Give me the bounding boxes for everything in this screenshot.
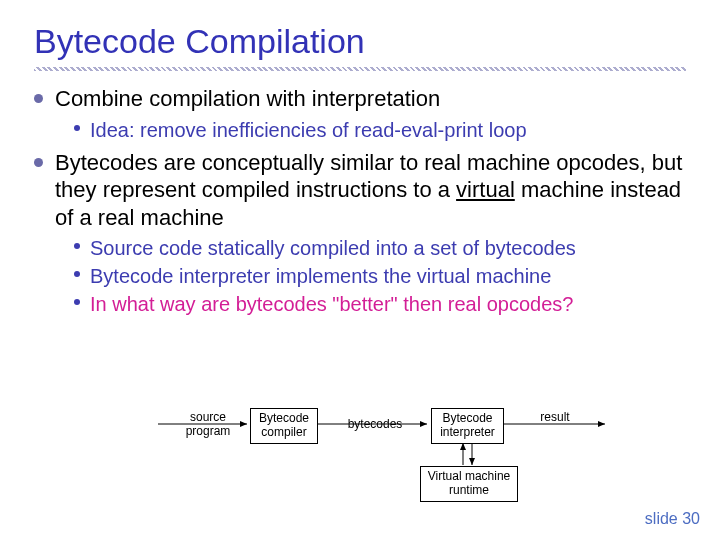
text: source [190,410,226,424]
page-title: Bytecode Compilation [34,22,686,61]
text-underlined: virtual [456,177,515,202]
bullet-item: Combine compilation with interpretation [34,85,686,113]
sub-item: Bytecode interpreter implements the virt… [74,263,686,289]
text: program [186,424,231,438]
sub-text-question: In what way are bytecodes "better" then … [90,291,573,317]
text: Bytecode [259,411,309,425]
slide: Bytecode Compilation Combine compilation… [0,0,720,540]
text: Virtual machine [428,469,511,483]
text: compiler [261,425,306,439]
bullet-item: Bytecodes are conceptually similar to re… [34,149,686,232]
bullet-icon [34,94,43,103]
label-bytecodes: bytecodes [340,417,410,431]
text: Bytecode [442,411,492,425]
text: interpreter [440,425,495,439]
bullet-text: Combine compilation with interpretation [55,85,440,113]
sub-text: Bytecode interpreter implements the virt… [90,263,551,289]
sub-text: Source code statically compiled into a s… [90,235,576,261]
subbullet-icon [74,271,80,277]
sub-item: Source code statically compiled into a s… [74,235,686,261]
subbullet-icon [74,125,80,131]
sub-text: Idea: remove inefficiencies of read-eval… [90,117,527,143]
sub-list: Source code statically compiled into a s… [74,235,686,317]
divider [34,67,686,71]
bullet-list: Combine compilation with interpretation [34,85,686,113]
label-result: result [530,410,580,424]
sub-item: Idea: remove inefficiencies of read-eval… [74,117,686,143]
bullet-text: Bytecodes are conceptually similar to re… [55,149,686,232]
slide-number: slide 30 [645,510,700,528]
bullet-list: Bytecodes are conceptually similar to re… [34,149,686,232]
box-interpreter: Bytecode interpreter [431,408,504,444]
subbullet-icon [74,243,80,249]
label-source: source program [178,410,238,438]
flow-diagram: source program Bytecode compiler bytecod… [0,402,720,512]
sub-list: Idea: remove inefficiencies of read-eval… [74,117,686,143]
box-compiler: Bytecode compiler [250,408,318,444]
bullet-icon [34,158,43,167]
subbullet-icon [74,299,80,305]
sub-item: In what way are bytecodes "better" then … [74,291,686,317]
text: runtime [449,483,489,497]
box-vm: Virtual machine runtime [420,466,518,502]
